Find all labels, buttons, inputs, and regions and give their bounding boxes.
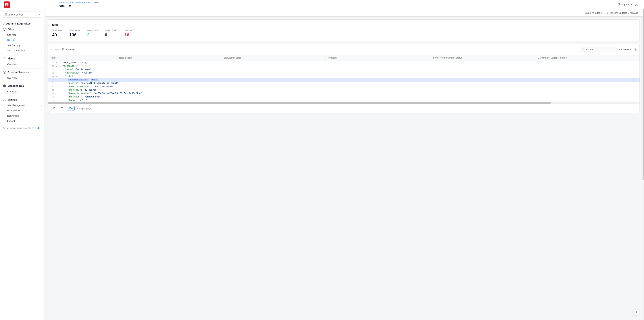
th-admin-state[interactable]: Site Admin State bbox=[221, 55, 326, 61]
advanced-nav-label: Advanced nav options visible bbox=[3, 127, 31, 129]
page-size-10[interactable]: 10 bbox=[51, 106, 57, 110]
line-content: "labels": { bbox=[59, 75, 640, 78]
hide-link[interactable]: Hide bbox=[36, 127, 40, 129]
th-sw-version[interactable]: SW version (Current / Status) bbox=[430, 55, 535, 61]
refresh-button[interactable]: Refresh: Updated 2 min ago bbox=[606, 11, 638, 14]
sidebar-item-manage-k8s[interactable]: Manage K8s › bbox=[0, 108, 44, 113]
sidebar-item-site-map[interactable]: Site Map bbox=[0, 32, 44, 37]
hide-filter-button[interactable]: ∧ Hide Filter bbox=[618, 48, 632, 51]
support-button[interactable]: Support ∨ bbox=[618, 3, 632, 6]
time-range-button[interactable]: Last 5 minutes ∨ bbox=[582, 11, 603, 14]
pagination: 10 50 100 items per page bbox=[48, 104, 640, 113]
vertical-scrollbar-thumb[interactable] bbox=[642, 9, 644, 180]
sidebar-group-header-sites[interactable]: Sites bbox=[0, 26, 44, 32]
breadcrumb-area: Home › Cloud and Edge Sites › Sites Site… bbox=[10, 1, 618, 8]
th-health[interactable]: Health Score bbox=[116, 55, 221, 61]
line-number: 30 bbox=[48, 79, 56, 81]
svg-point-21 bbox=[582, 49, 584, 50]
code-line-30: 30 "documentation": "mcn", bbox=[48, 78, 640, 82]
support-icon bbox=[618, 3, 620, 6]
sidebar-group-header-fleets[interactable]: Fleets bbox=[0, 55, 44, 62]
table-header: Name Health Score Site Admin State Provi… bbox=[48, 55, 640, 61]
add-filter-button[interactable]: Add Filter bbox=[62, 48, 75, 51]
site-management-arrow: › bbox=[41, 104, 42, 106]
breadcrumb: Home › Cloud and Edge Sites › Sites bbox=[59, 1, 618, 4]
search-input[interactable] bbox=[586, 48, 614, 51]
page-size-50[interactable]: 50 bbox=[58, 106, 65, 110]
line-content: "hw-vendor": "amazon-ec2", bbox=[59, 96, 640, 98]
clock-icon bbox=[582, 12, 584, 14]
line-content: "host-os-version": "centos-7-2009-27", bbox=[59, 85, 640, 88]
sidebar-item-external-overview[interactable]: Overview bbox=[0, 75, 44, 80]
stat-value-health-95: 2 bbox=[87, 32, 98, 37]
sidebar-item-fleets-overview[interactable]: Overview bbox=[0, 62, 44, 67]
line-content: "documentation": "mcn", bbox=[59, 78, 640, 81]
code-line-32: 32 "host-os-version": "centos-7-2009-27"… bbox=[48, 85, 640, 88]
line-content: "hw-version": "", bbox=[59, 99, 640, 102]
line-number: 34 bbox=[48, 92, 56, 95]
main-content: Last 5 minutes ∨ Refresh: Updated 2 min … bbox=[45, 9, 642, 320]
manage-group-label: Manage bbox=[8, 98, 17, 101]
sidebar-item-site-management[interactable]: Site Management › bbox=[0, 103, 44, 108]
line-content: "name": "salini-aws", bbox=[59, 68, 640, 71]
scroll-thumb[interactable] bbox=[48, 102, 551, 104]
sidebar-group-header-manage[interactable]: Manage bbox=[0, 97, 44, 103]
stat-label-total-alerts: Total Alerts bbox=[69, 29, 80, 32]
sidebar-item-site-security[interactable]: Site Security bbox=[0, 43, 44, 48]
sidebar-group-sites: Sites Site Map Site List Site Security S… bbox=[0, 26, 44, 53]
stat-total-alerts: Total Alerts 136 bbox=[69, 29, 80, 37]
table-section: 40 items Add Filter ∧ Hide Filter bbox=[48, 44, 640, 113]
page-title: Site List bbox=[59, 4, 618, 8]
code-line-34: 34 "hw-serial-number": "ec25824a-ea70-e6… bbox=[48, 92, 640, 95]
sidebar-item-networking[interactable]: Networking › bbox=[0, 113, 44, 118]
svg-line-22 bbox=[584, 50, 584, 50]
f5-logo[interactable]: F5 bbox=[4, 1, 10, 8]
line-number: 29 bbox=[48, 75, 56, 77]
sidebar-group-header-managed-k8s[interactable]: Managed K8s bbox=[0, 83, 44, 89]
svg-point-23 bbox=[635, 49, 636, 49]
svg-marker-20 bbox=[62, 48, 64, 50]
stat-health-lt70: Health <70 16 bbox=[124, 29, 135, 37]
sidebar-item-firewall[interactable]: Firewall › bbox=[0, 118, 44, 124]
svg-rect-3 bbox=[5, 13, 6, 14]
breadcrumb-cloud[interactable]: Cloud and Edge Sites bbox=[68, 1, 91, 4]
horizontal-scrollbar[interactable] bbox=[48, 102, 640, 104]
sidebar-item-site-list[interactable]: Site List bbox=[0, 37, 44, 43]
th-os-version[interactable]: OS version (Current / Status) bbox=[535, 55, 640, 61]
page-size-100[interactable]: 100 bbox=[67, 106, 75, 110]
stats-cards: Total Sites 40 Total Alerts 136 Health >… bbox=[52, 29, 635, 37]
select-service-dropdown[interactable]: Select service ∨ bbox=[2, 11, 42, 18]
user-icon bbox=[635, 3, 638, 6]
search-box[interactable] bbox=[580, 47, 616, 52]
user-button[interactable]: ∨ bbox=[635, 3, 640, 6]
sidebar-item-site-connectivity[interactable]: Site Connectivity › bbox=[0, 48, 44, 53]
stat-total-sites: Total Sites 40 bbox=[52, 29, 62, 37]
vertical-scrollbar-track[interactable] bbox=[642, 9, 644, 320]
line-number: 31 bbox=[48, 82, 56, 84]
svg-rect-5 bbox=[5, 15, 6, 16]
line-arrow: ▶ bbox=[56, 62, 59, 64]
help-button[interactable]: ? bbox=[633, 309, 640, 316]
line-content: owner_view : { ↔ }, bbox=[59, 61, 640, 64]
sidebar-bottom: Advanced nav options visible Hide bbox=[0, 125, 44, 131]
stats-title: Sites bbox=[52, 23, 635, 26]
th-name[interactable]: Name bbox=[48, 55, 116, 61]
fleets-icon bbox=[3, 57, 6, 60]
svg-point-15 bbox=[4, 99, 5, 100]
th-provider[interactable]: Provider bbox=[326, 55, 430, 61]
code-line-36: 36 "hw-version": "", bbox=[48, 99, 640, 102]
line-arrow: ▶ bbox=[56, 75, 59, 77]
breadcrumb-home[interactable]: Home bbox=[59, 1, 65, 4]
sidebar-item-k8s-overview[interactable]: Overview bbox=[0, 89, 44, 94]
main-layout: Select service ∨ Cloud and Edge Sites Si… bbox=[0, 9, 644, 320]
k8s-icon bbox=[3, 84, 6, 88]
grid-icon bbox=[4, 13, 8, 16]
support-label: Support bbox=[621, 3, 630, 6]
sidebar-group-header-external-services[interactable]: External Services bbox=[0, 69, 44, 75]
select-service-label: Select service bbox=[9, 13, 24, 16]
table-settings-button[interactable] bbox=[634, 48, 636, 51]
code-line-31: 31 "domain": "ap-south-1.compute.interna… bbox=[48, 82, 640, 85]
line-content: "hw-serial-number": "ec25824a-ea70-e6c8-… bbox=[59, 92, 640, 95]
refresh-icon bbox=[606, 12, 608, 14]
stat-label-health-70-95: Health 70-95 bbox=[105, 29, 117, 32]
